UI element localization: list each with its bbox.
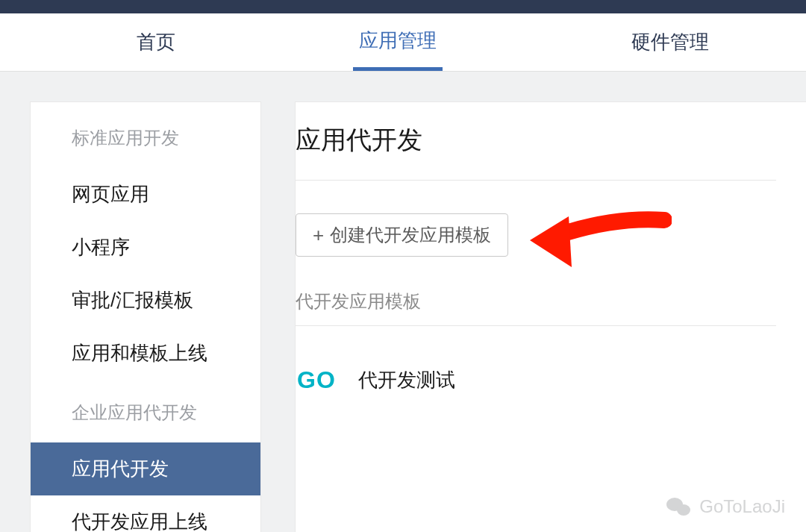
- plus-icon: +: [313, 224, 324, 247]
- create-template-button[interactable]: + 创建代开发应用模板: [296, 213, 508, 257]
- app-go-icon: GO: [296, 362, 337, 398]
- sidebar-group-standard-dev: 标准应用开发: [31, 126, 260, 168]
- sidebar-group-enterprise-dev: 企业应用代开发: [31, 401, 260, 442]
- wechat-icon: [665, 493, 692, 520]
- sidebar-item-app-template-online[interactable]: 应用和模板上线: [31, 327, 260, 380]
- top-header-bar: [0, 0, 806, 13]
- nav-app-management[interactable]: 应用管理: [353, 13, 443, 71]
- main-nav: 首页 应用管理 硬件管理: [0, 13, 806, 72]
- app-list-item[interactable]: GO 代开发测试: [296, 362, 776, 398]
- sidebar-item-miniprogram[interactable]: 小程序: [31, 221, 260, 274]
- sidebar-item-approval-template[interactable]: 审批/汇报模板: [31, 274, 260, 327]
- section-header-templates: 代开发应用模板: [296, 290, 776, 326]
- create-template-button-label: 创建代开发应用模板: [330, 223, 491, 247]
- main-panel: 应用代开发 + 创建代开发应用模板 代开发应用模板 GO 代开发测试: [295, 101, 806, 532]
- sidebar-item-app-agent-dev[interactable]: 应用代开发: [31, 442, 260, 495]
- watermark-text: GoToLaoJi: [699, 496, 785, 517]
- page-title: 应用代开发: [296, 123, 776, 181]
- app-label: 代开发测试: [358, 367, 455, 393]
- watermark: GoToLaoJi: [665, 493, 785, 520]
- nav-hardware-management[interactable]: 硬件管理: [625, 13, 715, 71]
- sidebar: 标准应用开发 网页应用 小程序 审批/汇报模板 应用和模板上线 企业应用代开发 …: [30, 101, 261, 532]
- sidebar-item-web-app[interactable]: 网页应用: [31, 168, 260, 221]
- content-wrap: 标准应用开发 网页应用 小程序 审批/汇报模板 应用和模板上线 企业应用代开发 …: [0, 72, 806, 532]
- sidebar-item-agent-dev-online[interactable]: 代开发应用上线: [31, 495, 260, 532]
- nav-home[interactable]: 首页: [131, 13, 181, 71]
